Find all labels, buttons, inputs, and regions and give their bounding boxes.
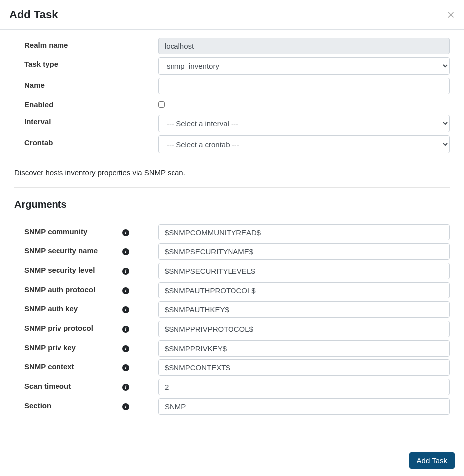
arg-label: SNMP priv key xyxy=(14,340,122,352)
info-icon[interactable]: i xyxy=(122,326,129,333)
arg-row: SNMP contexti xyxy=(14,359,450,376)
row-realm-name: Realm name xyxy=(14,38,450,54)
divider xyxy=(14,187,450,188)
arg-input[interactable] xyxy=(158,398,450,415)
add-task-button[interactable]: Add Task xyxy=(409,452,455,469)
info-icon[interactable]: i xyxy=(122,306,129,313)
select-crontab[interactable]: --- Select a crontab --- xyxy=(158,135,450,153)
arg-input[interactable] xyxy=(158,340,450,357)
arg-input[interactable] xyxy=(158,243,450,260)
row-interval: Interval --- Select a interval --- xyxy=(14,115,450,132)
arg-row: SNMP communityi xyxy=(14,224,450,240)
label-interval: Interval xyxy=(14,115,158,126)
arg-label: Section xyxy=(14,398,122,410)
arg-row: Sectioni xyxy=(14,398,450,415)
modal-header: Add Task × xyxy=(0,0,464,30)
arg-input[interactable] xyxy=(158,359,450,376)
label-crontab: Crontab xyxy=(14,135,158,147)
row-crontab: Crontab --- Select a crontab --- xyxy=(14,135,450,153)
arg-input[interactable] xyxy=(158,321,450,337)
arg-label: SNMP security level xyxy=(14,263,122,274)
arg-input[interactable] xyxy=(158,224,450,240)
select-interval[interactable]: --- Select a interval --- xyxy=(158,115,450,132)
row-task-type: Task type snmp_inventory xyxy=(14,57,450,75)
arg-row: SNMP auth keyi xyxy=(14,301,450,318)
arg-row: Scan timeouti xyxy=(14,379,450,395)
arg-row: SNMP security leveli xyxy=(14,263,450,279)
arg-input[interactable] xyxy=(158,301,450,318)
arg-label: Scan timeout xyxy=(14,379,122,390)
input-name[interactable] xyxy=(158,78,450,94)
arg-label: SNMP auth protocol xyxy=(14,282,122,294)
info-icon[interactable]: i xyxy=(122,248,129,255)
label-name: Name xyxy=(14,78,158,89)
arg-label: SNMP security name xyxy=(14,243,122,255)
select-task-type[interactable]: snmp_inventory xyxy=(158,57,450,75)
label-task-type: Task type xyxy=(14,57,158,68)
info-icon[interactable]: i xyxy=(122,268,129,275)
label-enabled: Enabled xyxy=(14,97,158,109)
modal-title: Add Task xyxy=(9,8,58,21)
info-icon[interactable]: i xyxy=(122,345,129,352)
modal-body-wrap: Realm name Task type snmp_inventory Name xyxy=(0,30,464,445)
arg-label: SNMP priv protocol xyxy=(14,321,122,332)
info-icon[interactable]: i xyxy=(122,364,129,371)
arguments-title: Arguments xyxy=(14,199,450,210)
add-task-modal: Add Task × Realm name Task type snmp_inv… xyxy=(0,0,464,476)
info-icon[interactable]: i xyxy=(122,384,129,391)
info-icon[interactable]: i xyxy=(122,287,129,294)
arg-row: SNMP security namei xyxy=(14,243,450,260)
arg-row: SNMP priv keyi xyxy=(14,340,450,357)
info-icon[interactable]: i xyxy=(122,229,129,236)
row-enabled: Enabled xyxy=(14,97,450,110)
arg-label: SNMP context xyxy=(14,359,122,371)
checkbox-enabled[interactable] xyxy=(158,101,165,108)
info-icon[interactable]: i xyxy=(122,403,129,410)
arg-input[interactable] xyxy=(158,379,450,395)
task-description: Discover hosts inventory properties via … xyxy=(14,168,450,177)
input-realm-name xyxy=(158,38,450,54)
modal-footer: Add Task xyxy=(0,445,464,476)
arg-input[interactable] xyxy=(158,282,450,298)
modal-body[interactable]: Realm name Task type snmp_inventory Name xyxy=(0,30,464,445)
arg-label: SNMP auth key xyxy=(14,301,122,313)
arg-row: SNMP priv protocoli xyxy=(14,321,450,337)
arg-label: SNMP community xyxy=(14,224,122,236)
row-name: Name xyxy=(14,78,450,94)
label-realm-name: Realm name xyxy=(14,38,158,49)
close-button[interactable]: × xyxy=(447,8,455,21)
arg-input[interactable] xyxy=(158,263,450,279)
arg-row: SNMP auth protocoli xyxy=(14,282,450,298)
